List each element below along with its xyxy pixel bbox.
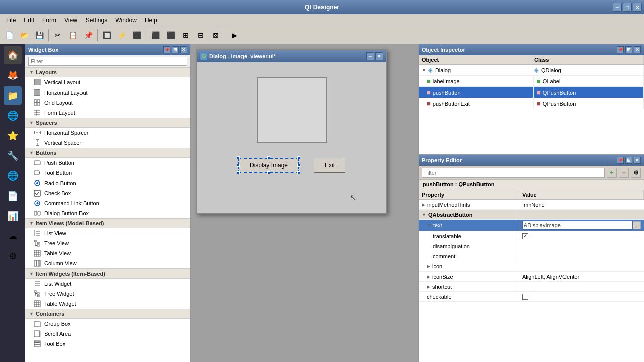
- pe-row-icon-size[interactable]: ▶ iconSize AlignLeft, AlignVCenter: [419, 272, 644, 282]
- checkable-checkbox[interactable]: [522, 294, 528, 300]
- dialog-window[interactable]: ⬡ Dialog - image_viewer.ui* ─ ✕ Display …: [196, 49, 387, 214]
- widget-column-view[interactable]: Column View: [25, 258, 190, 268]
- dialog-tree-arrow[interactable]: ▼: [422, 68, 426, 73]
- signals-slots-button[interactable]: ⚡: [115, 28, 129, 42]
- widget-list-view[interactable]: List View: [25, 228, 190, 238]
- app-icon-star[interactable]: ⭐: [4, 127, 22, 145]
- pe-row-icon[interactable]: ▶ icon: [419, 261, 644, 272]
- new-button[interactable]: 📄: [2, 28, 16, 42]
- app-icon-network[interactable]: 🌐: [4, 167, 22, 185]
- widget-radio-button[interactable]: Radio Button: [25, 178, 190, 188]
- menu-form[interactable]: Form: [38, 16, 60, 25]
- menu-settings[interactable]: Settings: [82, 16, 111, 25]
- pe-add-button[interactable]: +: [607, 168, 617, 178]
- maximize-button[interactable]: □: [623, 3, 632, 12]
- menu-file[interactable]: File: [2, 16, 20, 25]
- paste-button[interactable]: 📌: [81, 28, 95, 42]
- glayout-button[interactable]: ⊞: [179, 28, 193, 42]
- widget-check-box[interactable]: Check Box: [25, 188, 190, 198]
- widget-filter-input[interactable]: [28, 57, 187, 66]
- app-icon-files[interactable]: 📁: [4, 86, 22, 105]
- oi-row-push-button[interactable]: ■ pushButton ■ QPushButton: [419, 87, 644, 98]
- imh-expand-arrow[interactable]: ▶: [422, 202, 425, 207]
- panel-close-button[interactable]: ✕: [180, 46, 187, 53]
- open-button[interactable]: 📂: [17, 28, 31, 42]
- pe-close-button[interactable]: ✕: [634, 157, 641, 164]
- widget-tree-widget[interactable]: Tree Widget: [25, 289, 190, 299]
- pe-pin-button[interactable]: 📌: [617, 157, 624, 164]
- widget-table-widget[interactable]: Table Widget: [25, 299, 190, 309]
- exit-button[interactable]: Exit: [314, 158, 345, 173]
- panel-pin-button[interactable]: 📌: [163, 46, 170, 53]
- widget-dialog-button-box[interactable]: Dialog Button Box: [25, 208, 190, 218]
- layouts-arrow[interactable]: ▼: [29, 70, 34, 75]
- oi-float-button[interactable]: ⊞: [625, 46, 632, 53]
- tab-order-button[interactable]: ⬛: [130, 28, 144, 42]
- containers-arrow[interactable]: ▼: [29, 311, 34, 316]
- icon-size-expand-arrow[interactable]: ▶: [427, 274, 430, 279]
- design-canvas[interactable]: ⬡ Dialog - image_viewer.ui* ─ ✕ Display …: [191, 44, 418, 362]
- vlayout-button[interactable]: ⬛: [164, 28, 178, 42]
- shortcut-expand-arrow[interactable]: ▶: [427, 284, 430, 289]
- widget-list-widget[interactable]: List Widget: [25, 279, 190, 289]
- pe-row-translatable[interactable]: translatable ✓: [419, 231, 644, 241]
- app-icon-tools[interactable]: 🔧: [4, 147, 22, 165]
- dialog-minimize-button[interactable]: ─: [366, 52, 374, 60]
- minimize-button[interactable]: ─: [613, 3, 622, 12]
- pe-float-button[interactable]: ⊞: [625, 157, 632, 164]
- widget-vertical-spacer[interactable]: Vertical Spacer: [25, 138, 190, 148]
- widget-form-layout[interactable]: Form Layout: [25, 108, 190, 118]
- oi-row-dialog[interactable]: ▼ ◈ Dialog ◈ QDialog: [419, 65, 644, 76]
- buttons-arrow[interactable]: ▼: [29, 150, 34, 155]
- widget-vertical-layout[interactable]: Vertical Layout: [25, 77, 190, 87]
- cut-button[interactable]: ✂: [51, 28, 65, 42]
- preview-button[interactable]: ▶: [227, 28, 242, 42]
- oi-pin-button[interactable]: 📌: [617, 46, 624, 53]
- break-layout-button[interactable]: ⊠: [209, 28, 223, 42]
- widget-table-view[interactable]: Table View: [25, 248, 190, 258]
- item-widgets-arrow[interactable]: ▼: [29, 271, 34, 276]
- spacers-arrow[interactable]: ▼: [29, 120, 34, 125]
- property-filter-input[interactable]: [422, 168, 605, 178]
- menu-help[interactable]: Help: [141, 16, 162, 25]
- oi-row-push-button-exit[interactable]: ■ pushButtonExit ■ QPushButton: [419, 98, 644, 109]
- menu-edit[interactable]: Edit: [20, 16, 38, 25]
- oi-close-button[interactable]: ✕: [634, 46, 641, 53]
- oi-row-label-image[interactable]: ■ labelImage ■ QLabel: [419, 76, 644, 87]
- icon-expand-arrow[interactable]: ▶: [427, 264, 430, 269]
- widget-tool-box[interactable]: Tool Box: [25, 339, 190, 349]
- pe-row-input-method-hints[interactable]: ▶ inputMethodHints ImhNone: [419, 200, 644, 210]
- pe-row-checkable[interactable]: checkable: [419, 292, 644, 302]
- save-button[interactable]: 💾: [32, 28, 46, 42]
- app-icon-home[interactable]: 🏠: [4, 46, 22, 64]
- text-value-input[interactable]: [522, 221, 633, 230]
- widget-scroll-area[interactable]: Scroll Area: [25, 329, 190, 339]
- translatable-checkbox[interactable]: ✓: [522, 233, 528, 239]
- pe-row-comment[interactable]: comment: [419, 251, 644, 261]
- widget-push-button[interactable]: Push Button: [25, 158, 190, 168]
- widget-tool-button[interactable]: Tool Button: [25, 168, 190, 178]
- dialog-close-button[interactable]: ✕: [375, 52, 383, 60]
- pe-config-button[interactable]: ⚙: [631, 168, 641, 178]
- app-icon-doc[interactable]: 📄: [4, 187, 22, 205]
- hlayout-button[interactable]: ⬛: [148, 28, 163, 42]
- item-views-arrow[interactable]: ▼: [29, 221, 34, 226]
- pe-remove-button[interactable]: −: [619, 168, 629, 178]
- close-button[interactable]: ✕: [633, 3, 642, 12]
- menu-window[interactable]: Window: [111, 16, 141, 25]
- text-expand-arrow[interactable]: ▼: [427, 223, 431, 228]
- display-image-button[interactable]: Display Image: [238, 158, 299, 173]
- app-icon-globe[interactable]: 🌐: [4, 107, 22, 125]
- widget-grid-layout[interactable]: Grid Layout: [25, 98, 190, 108]
- pe-row-disambiguation[interactable]: disambiguation: [419, 241, 644, 251]
- pe-row-shortcut[interactable]: ▶ shortcut: [419, 282, 644, 292]
- app-icon-settings[interactable]: ⚙: [4, 247, 22, 265]
- widget-horizontal-spacer[interactable]: Horizontal Spacer: [25, 128, 190, 138]
- app-icon-firefox[interactable]: 🦊: [4, 66, 22, 84]
- text-ellipsis-button[interactable]: …: [633, 221, 641, 229]
- app-icon-cloud[interactable]: ☁: [4, 227, 22, 245]
- widget-horizontal-layout[interactable]: Horizontal Layout: [25, 87, 190, 98]
- widget-group-box[interactable]: ab Group Box: [25, 319, 190, 329]
- formlayout-button[interactable]: ⊟: [194, 28, 208, 42]
- pe-row-text[interactable]: ▼ text …: [419, 220, 644, 231]
